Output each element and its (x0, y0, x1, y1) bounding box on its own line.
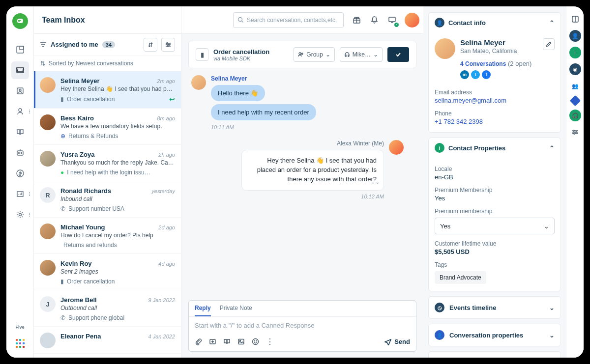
widget-info[interactable]: i (569, 47, 581, 58)
svg-point-9 (18, 153, 19, 154)
svg-point-23 (240, 340, 241, 341)
events-timeline-accordion[interactable]: ◷Events timeline⌄ (429, 297, 560, 318)
monitor-check-icon[interactable]: ✓ (384, 12, 400, 28)
private-note-tab[interactable]: Private Note (220, 305, 252, 316)
sort-label: Sorted by Newest conversations (49, 60, 133, 67)
preview-text: We have a few mandatory fields setup. (60, 123, 175, 130)
conversation-item[interactable]: Eleanor Pena4 Jan 2022 (34, 327, 181, 354)
widget-camera[interactable]: ◉ (569, 63, 581, 75)
emoji-icon[interactable] (252, 338, 259, 345)
premium-select[interactable]: Yes⌄ (435, 218, 555, 234)
conversation-item[interactable]: J Jerome Bell9 Jan 2022 Outbound call ✆S… (34, 290, 181, 327)
conversation-item[interactable]: Michael Young2d ago How do I cancel my o… (34, 218, 181, 254)
time-label: 2m ago (157, 78, 175, 84)
contact-name: Michael Young (60, 224, 105, 231)
conversation-properties-accordion[interactable]: 👤Conversation properties⌄ (429, 324, 560, 346)
chevron-up-icon: ⌃ (549, 144, 555, 152)
app-logo[interactable] (12, 13, 28, 29)
svg-point-26 (256, 341, 257, 341)
info-icon: i (435, 143, 444, 153)
avatar (40, 224, 56, 239)
nav-billing[interactable] (11, 165, 29, 182)
phone-value[interactable]: +1 782 342 2398 (435, 118, 555, 125)
agent-dropdown[interactable]: Mike…⌄ (340, 47, 383, 62)
canned-icon[interactable] (209, 338, 216, 345)
tag-label: Returns & Refunds (68, 133, 118, 140)
more-icon[interactable]: ⋮ (266, 337, 274, 346)
widget-headset[interactable]: 🎧 (569, 110, 581, 121)
nav-people[interactable] (11, 103, 29, 120)
channel-mobile-icon: ▮ (196, 48, 208, 61)
widget-settings[interactable] (569, 126, 581, 138)
widget-user[interactable]: 👥 (569, 80, 581, 92)
preview-text: Outbound call (60, 305, 175, 311)
edit-button[interactable] (543, 38, 555, 50)
nav-knowledge[interactable] (11, 123, 29, 141)
contact-properties-header[interactable]: i Contact Properties ⌃ (429, 138, 560, 158)
preview-text: How do I cancel my order? Pls help (60, 232, 175, 239)
gift-icon[interactable] (349, 12, 364, 28)
user-avatar[interactable] (405, 13, 419, 28)
reply-textarea[interactable]: Start with a "/" to add a Canned Respons… (189, 316, 416, 334)
reply-icon: ↩ (169, 95, 175, 103)
conversation-item[interactable]: Bess Kairo8m ago We have a few mandatory… (34, 109, 181, 145)
preview-text: Hey there Selina 👋 I see that you had p… (60, 85, 175, 92)
twitter-icon[interactable]: t (471, 70, 480, 79)
sender-name: Alexa Winter (Me) (241, 140, 384, 147)
conversation-item[interactable]: Kevin Roy4d ago Sent 2 images ▮Order can… (34, 254, 181, 290)
svg-point-30 (573, 133, 575, 135)
svg-point-28 (573, 130, 574, 132)
conversation-item[interactable]: Yusra Zoya2h ago Thankyou so much for th… (34, 145, 181, 181)
sender-name: Selina Meyer (211, 75, 316, 82)
widget-jira[interactable] (569, 95, 581, 107)
filter-settings-button[interactable] (161, 38, 175, 52)
nav-fiverr[interactable]: Five (11, 318, 29, 336)
svg-point-13 (167, 42, 168, 43)
left-nav-rail: Five (6, 6, 34, 358)
bell-icon[interactable] (366, 12, 382, 28)
svg-point-6 (19, 89, 21, 91)
nav-contacts[interactable] (11, 82, 29, 100)
image-icon[interactable] (237, 338, 245, 345)
conversations-link[interactable]: 4 Conversations (460, 60, 506, 67)
contact-name: Jerome Bell (60, 296, 97, 304)
reply-tab[interactable]: Reply (195, 305, 211, 316)
sort-button[interactable] (144, 38, 157, 52)
resolve-button[interactable] (387, 47, 409, 62)
contact-info-header[interactable]: 👤 Contact info ⌃ (429, 13, 560, 32)
nav-bot[interactable] (11, 144, 29, 162)
nav-inbox[interactable] (11, 61, 29, 79)
avatar: R (40, 187, 56, 203)
conversation-item[interactable]: Selina Meyer2m ago Hey there Selina 👋 I … (34, 71, 181, 109)
attach-icon[interactable] (195, 338, 202, 345)
conversation-item[interactable]: R Ronald Richardsyesterday Inbound call … (34, 181, 181, 218)
sort-row[interactable]: Sorted by Newest conversations (34, 56, 181, 71)
svg-point-20 (301, 53, 303, 55)
filter-lines-icon (40, 42, 47, 48)
widget-contact[interactable]: 👤 (569, 30, 581, 42)
tag-label: Order cancellation (67, 278, 115, 285)
send-icon (384, 338, 391, 345)
nav-settings[interactable] (11, 206, 29, 224)
contact-name: Bess Kairo (60, 114, 94, 122)
app-switcher[interactable] (16, 339, 25, 348)
contact-location: San Mateo, California (460, 48, 538, 55)
email-value[interactable]: selina.meyer@gmail.com (435, 97, 555, 104)
nav-dashboard[interactable] (11, 41, 29, 58)
time-label: 9 Jan 2022 (148, 297, 175, 303)
filter-label[interactable]: Assigned to me (51, 41, 98, 48)
preview-text: Sent 2 images (60, 268, 175, 275)
prop-label: Locale (435, 166, 555, 172)
widget-expand[interactable] (569, 13, 581, 25)
nav-reports[interactable] (11, 185, 29, 203)
tag-chip[interactable]: Brand Advocate (435, 271, 486, 284)
article-icon[interactable] (223, 338, 231, 345)
freshdesk-accordion[interactable]: ⟳Freshdesk⌄ (429, 352, 560, 358)
tag-label: Order cancellation (67, 96, 115, 103)
search-input[interactable]: Search conversation, contacts,etc. (233, 12, 344, 28)
send-button[interactable]: Send (384, 338, 410, 345)
linkedin-icon[interactable]: in (460, 70, 469, 79)
facebook-icon[interactable]: f (482, 70, 491, 79)
svg-point-29 (575, 132, 577, 133)
group-dropdown[interactable]: Group⌄ (294, 47, 334, 62)
